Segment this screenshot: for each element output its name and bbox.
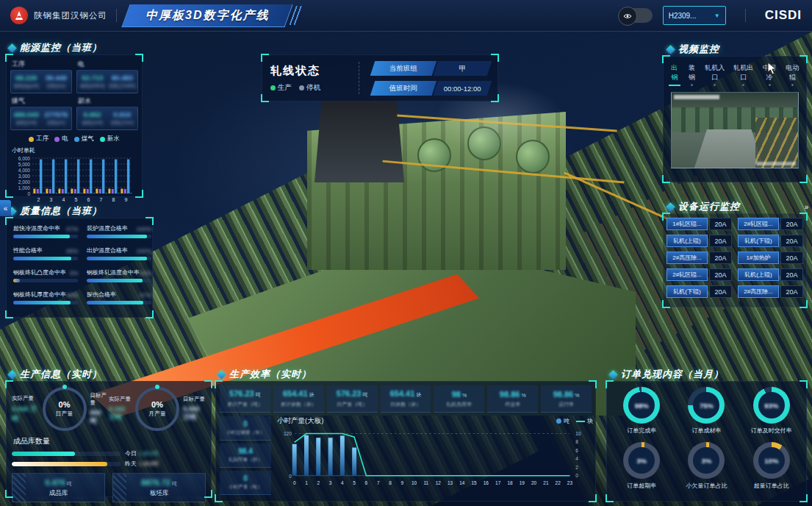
quality-item: 钢板终轧温度命中率93%: [87, 268, 151, 282]
svg-text:6: 6: [87, 197, 90, 202]
efficiency-side-stat: 98.4轧制节奏（秒）: [220, 443, 271, 468]
device-label-button[interactable]: 轧机(上辊): [667, 235, 708, 247]
video-tab-charging[interactable]: 装钢: [686, 63, 698, 86]
video-tab-mill-entry[interactable]: 轧机入口: [703, 63, 726, 86]
chevron-down-icon: ▼: [714, 13, 720, 19]
device-current-value: 20A: [780, 235, 803, 247]
efficiency-stat: 98.86%运行率: [541, 385, 592, 413]
svg-text:3: 3: [50, 197, 53, 202]
scene-cylinder: [417, 138, 451, 172]
legend-label: 新水: [107, 135, 120, 143]
device-label-button[interactable]: 轧机(下辊): [738, 235, 779, 247]
svg-text:6: 6: [575, 448, 578, 453]
energy-unit: 单耗(m³/t): [12, 120, 40, 126]
legend-label: 煤气: [82, 135, 94, 143]
svg-text:7: 7: [377, 480, 380, 485]
efficiency-stat: 98.86%作业率: [487, 385, 538, 413]
energy-unit: 总耗(tce): [43, 83, 71, 90]
device-current-value: 20A: [780, 268, 803, 281]
shift-select-dropdown[interactable]: H2309... ▼: [663, 6, 726, 25]
energy-card-name: 工序: [12, 60, 72, 69]
dashboard-root: { "theme":{"accent":"#2ee6d6","bar_blue"…: [0, 0, 812, 506]
device-item: 2#高压除...20A: [738, 285, 803, 298]
svg-text:23: 23: [567, 480, 573, 485]
expand-panel-button[interactable]: »: [801, 199, 812, 215]
svg-text:3: 3: [329, 480, 332, 485]
svg-text:19: 19: [520, 480, 525, 485]
order-completion-donut: 98%订单完成率: [609, 387, 674, 435]
efficiency-stat: 654.41块累计块数（块）: [273, 385, 324, 413]
quality-item: 性能合格率99%: [13, 246, 78, 260]
device-current-value: 20A: [780, 218, 803, 230]
svg-text:8: 8: [575, 439, 578, 444]
legend-dot-electric: [54, 137, 60, 142]
svg-text:4: 4: [341, 480, 344, 485]
energy-panel: 工序 68.226单耗(kgce/t) 39.449总耗(tce) 电 52.7…: [6, 54, 143, 197]
device-label-button[interactable]: 2#高压除...: [738, 285, 779, 298]
video-tab-inter-cooling[interactable]: 中间冷: [761, 63, 777, 86]
hourly-chart-legend: 吨 块: [556, 417, 593, 425]
video-tab-mill-exit[interactable]: 轧机出口: [732, 63, 755, 86]
svg-text:9: 9: [125, 197, 128, 202]
energy-card-name: 新水: [78, 96, 138, 106]
efficiency-side-stat: 0小时过钢量（块）: [220, 416, 271, 441]
scene-cylinder: [467, 126, 501, 160]
svg-text:10: 10: [412, 480, 417, 485]
quality-item: 钢板终轧凸度命中率3%: [13, 268, 78, 282]
efficiency-stat: 98%轧机负荷率: [434, 385, 484, 413]
device-current-value: 20A: [780, 285, 803, 298]
device-item: 轧机(上辊)20A: [667, 235, 732, 247]
device-current-value: 20A: [709, 218, 732, 230]
visibility-toggle[interactable]: [619, 8, 653, 23]
duty-time-value: 00:00-12:00: [444, 84, 481, 92]
device-label-button[interactable]: 1#轧区辊...: [667, 218, 708, 230]
daily-output-gauge: 实际产量0.045 万吨 0% 日产量 目标产量900 吨: [12, 387, 109, 431]
svg-text:21: 21: [543, 480, 549, 485]
diamond-icon: [608, 370, 618, 380]
energy-value: 0.915: [109, 110, 137, 118]
legend-line-pieces: [576, 421, 585, 422]
order-ontime-delivery-donut: 93%订单及时交付率: [739, 387, 804, 435]
device-label-button[interactable]: 轧机(下辊): [667, 285, 708, 298]
svg-text:0: 0: [575, 473, 578, 478]
device-label-button[interactable]: 2#轧区辊...: [667, 268, 708, 281]
stopped-status-dot: [299, 85, 304, 90]
svg-text:5,000: 5,000: [18, 162, 31, 167]
video-title: 视频监控: [678, 43, 719, 56]
device-label-button[interactable]: 1#加热炉: [738, 252, 779, 264]
video-tab-motor-roller[interactable]: 电动辊: [784, 63, 801, 86]
video-section-header: 视频监控: [667, 43, 719, 56]
svg-text:8: 8: [389, 480, 392, 485]
divider: [359, 62, 359, 94]
production-panel: 实际产量0.045 万吨 0% 日产量 目标产量900 吨 实际产量0.162 …: [6, 381, 212, 497]
hourly-output-chart-title: 小时产量(大板): [277, 416, 323, 426]
company-name: 陕钢集团汉钢公司: [34, 10, 107, 21]
app-title-banner: 中厚板3D数字化产线: [121, 4, 293, 27]
orders-section-header: 订单兑现内容（当月）: [610, 368, 724, 381]
svg-text:5: 5: [353, 480, 356, 485]
device-label-button[interactable]: 2#高压除...: [667, 252, 708, 264]
energy-card-name: 煤气: [12, 96, 72, 106]
energy-unit: 单耗(kgce/t): [12, 83, 40, 90]
collapse-panel-button[interactable]: «: [0, 200, 11, 216]
svg-text:0: 0: [27, 191, 30, 196]
device-label-button[interactable]: 2#轧区辊...: [738, 218, 779, 230]
cctv-video-feed[interactable]: [671, 92, 799, 168]
quality-item: 出炉温度合格率100%: [87, 246, 151, 260]
cctv-racks: [755, 118, 798, 168]
video-tab-tapping[interactable]: 出钢: [669, 63, 680, 86]
svg-text:4: 4: [62, 197, 65, 202]
energy-section-header: 能源监控（当班）: [9, 41, 102, 54]
small-shortage-orders-donut: 3%小欠量订单占比: [674, 442, 739, 490]
efficiency-stat: 576.23吨日产量（吨）: [327, 385, 378, 413]
order-overdue-donut: 3%订单超期率: [609, 442, 674, 490]
energy-chart-legend: 工序 电 煤气 新水: [10, 135, 138, 143]
cisdi-logo: CISDI: [765, 8, 802, 23]
legend-dot-gas: [74, 137, 79, 142]
device-label-button[interactable]: 轧机(上辊): [738, 268, 779, 281]
energy-unit: 总耗(万kWh): [109, 83, 137, 90]
legend-dot-tons: [556, 418, 561, 424]
legend-dot-water: [100, 137, 105, 142]
svg-text:2: 2: [317, 480, 320, 485]
line-status-legend: 生产 停机: [270, 83, 351, 93]
